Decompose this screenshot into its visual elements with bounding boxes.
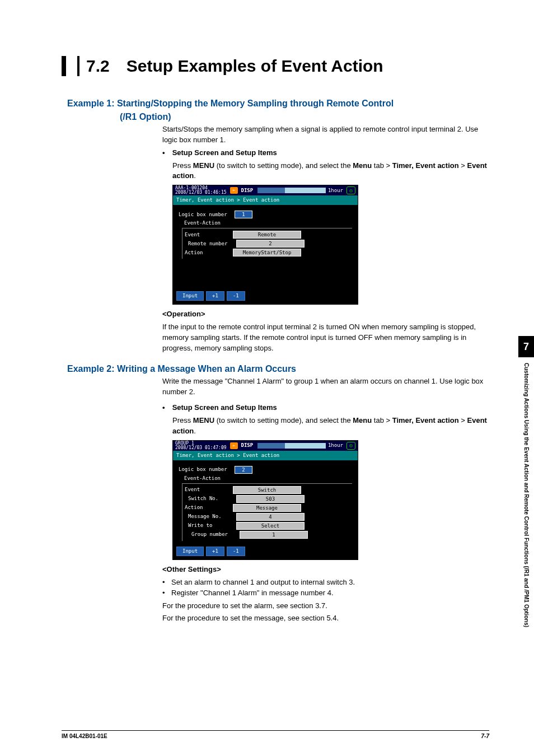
ss1-logic-val[interactable]: 1	[235, 211, 252, 218]
ss1-remote-val[interactable]: 2	[236, 240, 305, 248]
ss1-action-label: Action	[185, 249, 233, 256]
example2-heading: Example 2: Writing a Message When an Ala…	[67, 364, 489, 374]
other-bullet-2: Register "Channel 1 Alarm" in message nu…	[162, 588, 489, 599]
other-line-3: For the procedure to set the alarm, see …	[162, 601, 489, 612]
ss2-groupnum-val[interactable]: 1	[240, 531, 308, 539]
ss1-group-label: Event-Action	[184, 220, 352, 227]
example1-heading: Example 1: Starting/Stopping the Memory …	[67, 99, 489, 122]
example1-heading-line1: Example 1: Starting/Stopping the Memory …	[67, 99, 394, 108]
ss2-switch-val[interactable]: S03	[236, 495, 305, 503]
ss1-hour: 1hour	[328, 187, 343, 194]
ss2-event-label: Event	[185, 486, 233, 493]
ss2-minus-btn[interactable]: -1	[227, 547, 245, 556]
example1-heading-line2: (/R1 Option)	[120, 112, 489, 122]
ss2-hour: 1hour	[328, 442, 343, 449]
example1-setup-text: Press MENU (to switch to setting mode), …	[172, 161, 489, 182]
section-marker	[62, 56, 79, 76]
ss2-breadcrumb: Timer, Event action > Event action	[173, 451, 358, 460]
ss1-minus-btn[interactable]: -1	[227, 291, 245, 301]
section-title: Setup Examples of Event Action	[127, 57, 383, 76]
ss2-msg-val[interactable]: 4	[236, 513, 305, 521]
ss1-event-val[interactable]: Remote	[233, 231, 301, 239]
ss1-action-val[interactable]: MemoryStart/Stop	[233, 249, 301, 256]
ss1-plus-btn[interactable]: +1	[206, 291, 224, 301]
ss2-write-label: Write to	[185, 522, 236, 529]
ss1-breadcrumb: Timer, Event action > Event action	[173, 195, 358, 205]
ss1-id-line2: 2008/12/03 01:46:15	[175, 190, 227, 195]
other-line-4: For the procedure to set the message, se…	[162, 613, 489, 624]
chapter-number: 7	[518, 336, 534, 357]
ss2-action-label: Action	[185, 504, 233, 511]
ss2-switch-label: Switch No.	[185, 495, 236, 502]
other-bullet-1: Set an alarm to channel 1 and output to …	[162, 577, 489, 588]
ss2-write-val[interactable]: Select	[236, 522, 305, 530]
bullet-dot: •	[162, 403, 170, 413]
ss2-id-line2: 2008/12/03 01:47:09	[175, 446, 227, 450]
example2-setup-title: Setup Screen and Setup Items	[172, 403, 277, 412]
ss2-top-bar: GROUP 1 2008/12/03 01:47:09 ≈ DISP 1hour…	[173, 441, 358, 451]
bullet-dot: •	[162, 148, 170, 158]
operation-text: If the input to the remote control input…	[162, 322, 489, 354]
section-number: 7.2	[86, 57, 110, 76]
example1-setup-title: Setup Screen and Setup Items	[172, 148, 277, 157]
alarm-icon: ≈	[230, 187, 238, 194]
ss1-logic-label: Logic box number	[179, 211, 235, 218]
ss2-group-label: Event-Action	[184, 475, 352, 482]
ss1-remote-label: Remote number	[185, 240, 236, 248]
ss2-event-val[interactable]: Switch	[233, 486, 301, 494]
alarm-icon: ≈	[230, 442, 238, 449]
ss2-input-btn[interactable]: Input	[176, 547, 204, 556]
operation-title: <Operation>	[162, 309, 489, 320]
screenshot-2: GROUP 1 2008/12/03 01:47:09 ≈ DISP 1hour…	[172, 440, 358, 560]
other-settings-title: <Other Settings>	[162, 564, 489, 575]
section-header: 7.2 Setup Examples of Event Action	[62, 56, 489, 76]
camera-icon: ◎	[346, 442, 355, 450]
ss1-disp: DISP	[241, 187, 254, 194]
footer-left: IM 04L42B01-01E	[62, 733, 107, 739]
ss2-plus-btn[interactable]: +1	[206, 547, 224, 556]
ss2-disp: DISP	[241, 442, 254, 449]
ss2-logic-label: Logic box number	[179, 466, 235, 473]
example2-intro: Write the message "Channel 1 Alarm" to g…	[162, 376, 489, 398]
ss1-top-bar: AAA-1-001204 2008/12/03 01:46:15 ≈ DISP …	[173, 185, 358, 195]
ss1-input-btn[interactable]: Input	[176, 291, 204, 301]
ss2-progress-bar	[257, 443, 326, 449]
chapter-title: Customizing Actions Using the Event Acti…	[523, 363, 530, 627]
ss2-msg-label: Message No.	[185, 513, 236, 520]
page-footer: IM 04L42B01-01E 7-7	[62, 730, 489, 739]
side-tab: 7 Customizing Actions Using the Event Ac…	[518, 336, 534, 683]
example2-setup-text: Press MENU (to switch to setting mode), …	[172, 416, 489, 437]
footer-right: 7-7	[481, 733, 489, 739]
ss1-progress-bar	[257, 188, 326, 193]
ss2-action-val[interactable]: Message	[233, 504, 301, 512]
screenshot-1: AAA-1-001204 2008/12/03 01:46:15 ≈ DISP …	[172, 185, 358, 305]
example1-intro: Starts/Stops the memory sampling when a …	[162, 124, 489, 146]
ss2-groupnum-label: Group number	[185, 531, 240, 538]
camera-icon: ◎	[346, 186, 355, 194]
ss1-event-label: Event	[185, 231, 233, 239]
ss2-logic-val[interactable]: 2	[235, 466, 252, 474]
